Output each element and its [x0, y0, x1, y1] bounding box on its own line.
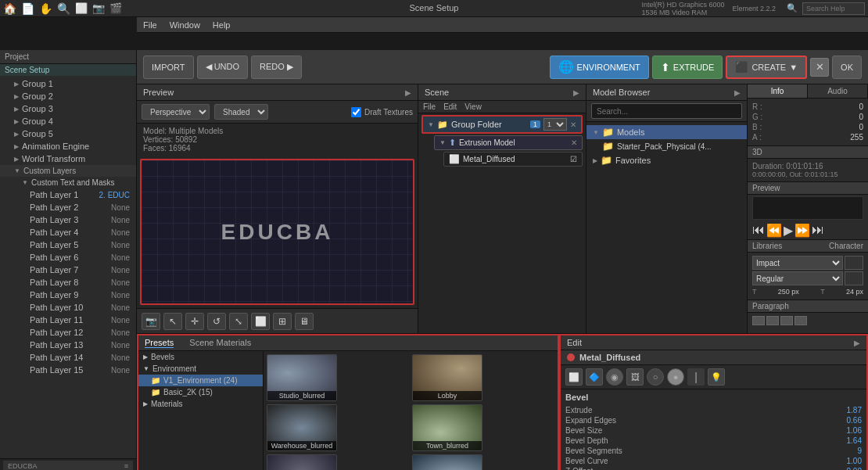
play-prev[interactable]: ⏮ — [752, 223, 765, 238]
toolbar-icon-7[interactable]: 🎬 — [109, 2, 122, 14]
tree-path2[interactable]: Path Layer 2None — [0, 201, 136, 213]
metal-icon-5[interactable]: ○ — [647, 368, 664, 386]
tree-animation[interactable]: ▶Animation Engine — [0, 140, 136, 152]
tab-presets[interactable]: Presets — [145, 338, 174, 348]
font-style-select[interactable]: Regular — [752, 271, 843, 285]
preset-bevels[interactable]: ▶ Bevels — [138, 351, 263, 363]
tree-group4[interactable]: ▶Group 4 — [0, 115, 136, 127]
metal-icon-8[interactable]: 💡 — [708, 368, 725, 386]
tree-path12[interactable]: Path Layer 12None — [0, 326, 136, 339]
tree-custom-text[interactable]: ▼Custom Text and Masks — [0, 177, 136, 188]
tree-group5[interactable]: ▶Group 5 — [0, 127, 136, 140]
camera-icon[interactable]: 📷 — [142, 313, 160, 330]
toolbar-icon-6[interactable]: 📷 — [92, 2, 105, 14]
tree-world[interactable]: ▶World Transform — [0, 152, 136, 165]
bevel-curve-value[interactable]: 1.00 — [847, 457, 862, 465]
grid-icon[interactable]: ⊞ — [273, 313, 292, 330]
thumb-town-blurred[interactable]: Town_blurred — [412, 404, 482, 451]
toolbar-icon-2[interactable]: 📄 — [21, 2, 34, 15]
align-center[interactable] — [766, 316, 779, 325]
toolbar-icon-5[interactable]: ⬜ — [75, 2, 88, 14]
menu-file[interactable]: File — [143, 20, 157, 30]
close-button[interactable]: ✕ — [810, 58, 829, 77]
tree-path6[interactable]: Path Layer 6None — [0, 251, 136, 264]
preset-basic-2k[interactable]: 📁 Basic_2K (15) — [138, 386, 263, 398]
bevel-segments-value[interactable]: 9 — [857, 447, 862, 455]
metal-icon-7[interactable]: | — [687, 368, 705, 386]
menu-help[interactable]: Help — [213, 20, 231, 30]
group-folder-close[interactable]: ✕ — [570, 120, 576, 129]
scene-metal-row[interactable]: ⬜ Metal_Diffused ☑ — [443, 152, 583, 167]
draft-textures-checkbox[interactable] — [351, 107, 361, 117]
metal-icon-3[interactable]: ◉ — [606, 368, 623, 386]
scene-expand-icon[interactable]: ▶ — [573, 88, 579, 97]
tree-path8[interactable]: Path Layer 8None — [0, 276, 136, 289]
tree-path7[interactable]: Path Layer 7None — [0, 264, 136, 276]
tree-path3[interactable]: Path Layer 3None — [0, 213, 136, 226]
tree-path13[interactable]: Path Layer 13None — [0, 339, 136, 351]
group-folder-select[interactable]: 1 — [543, 118, 567, 131]
shading-select[interactable]: Shaded — [214, 104, 268, 120]
edit-expand-icon[interactable]: ▶ — [854, 339, 860, 347]
extrude-button[interactable]: ⬆ EXTRUDE — [652, 56, 723, 79]
thumb-garage-blurred[interactable]: Garage_blurred — [267, 454, 337, 470]
align-right[interactable] — [780, 316, 793, 325]
preset-environment[interactable]: ▼ Environment — [138, 363, 263, 375]
align-justify[interactable] — [794, 316, 807, 325]
create-button[interactable]: ⬛ CREATE ▼ — [726, 56, 807, 79]
scene-group-folder-row[interactable]: ▼ 📁 Group Folder 1 1 ✕ — [421, 115, 583, 134]
play-fwd[interactable]: ⏩ — [794, 223, 810, 238]
preview-expand-icon[interactable]: ▶ — [405, 88, 411, 97]
tree-path9[interactable]: Path Layer 9None — [0, 289, 136, 301]
menu-window[interactable]: Window — [170, 20, 200, 30]
thumb-town[interactable]: Town — [412, 454, 482, 470]
toolbar-icon-3[interactable]: ✋ — [39, 2, 52, 15]
tree-group1[interactable]: ▶Group 1 — [0, 77, 136, 90]
bevel-depth-value[interactable]: 1.64 — [847, 436, 862, 445]
tree-path15[interactable]: Path Layer 15None — [0, 364, 136, 376]
mb-favorites[interactable]: ▶ 📁 Favorites — [586, 153, 747, 167]
tree-path4[interactable]: Path Layer 4None — [0, 226, 136, 239]
environment-button[interactable]: 🌐 ENVIRONMENT — [550, 56, 649, 79]
tab-audio[interactable]: Audio — [808, 84, 868, 98]
rotate-icon[interactable]: ↺ — [207, 313, 226, 330]
extrude-value[interactable]: 1.87 — [847, 406, 862, 414]
mb-search-input[interactable] — [591, 103, 742, 119]
tab-info[interactable]: Info — [748, 84, 808, 98]
expand-edges-value[interactable]: 0.66 — [847, 416, 862, 425]
scene-menu-file[interactable]: File — [423, 102, 436, 111]
play-back[interactable]: ⏪ — [766, 223, 782, 238]
tree-group3[interactable]: ▶Group 3 — [0, 102, 136, 115]
bevel-size-value[interactable]: 1.06 — [847, 426, 862, 435]
tree-path10[interactable]: Path Layer 10None — [0, 301, 136, 314]
view-select[interactable]: Perspective — [142, 104, 210, 120]
thumb-studio-blurred[interactable]: Studio_blurred — [267, 354, 337, 401]
toolbar-icon-4[interactable]: 🔍 — [57, 2, 70, 15]
redo-button[interactable]: REDO ▶ — [251, 56, 302, 79]
mb-expand-icon[interactable]: ▶ — [734, 88, 741, 97]
scene-menu-view[interactable]: View — [464, 102, 482, 111]
tree-path14[interactable]: Path Layer 14None — [0, 351, 136, 364]
play-next[interactable]: ⏭ — [812, 223, 824, 238]
tree-path11[interactable]: Path Layer 11None — [0, 314, 136, 326]
play-btn[interactable]: ▶ — [784, 223, 793, 238]
preset-v1-env[interactable]: 📁 V1_Environment (24) — [138, 375, 263, 386]
tree-custom-layers[interactable]: ▼Custom Layers — [0, 165, 136, 177]
ok-button[interactable]: OK — [832, 56, 862, 79]
metal-icon-4[interactable]: 🖼 — [626, 368, 644, 386]
search-input[interactable] — [802, 2, 865, 15]
cursor-icon[interactable]: ↖ — [163, 313, 182, 330]
tree-group2[interactable]: ▶Group 2 — [0, 90, 136, 102]
preset-materials[interactable]: ▶ Materials — [138, 398, 263, 410]
project-tab[interactable]: Project — [5, 52, 29, 61]
metal-icon-1[interactable]: ⬜ — [565, 368, 583, 386]
extrusion-close[interactable]: ✕ — [571, 138, 577, 147]
z-offset-value[interactable]: 0.00 — [847, 467, 862, 470]
undo-button[interactable]: ◀ UNDO — [197, 56, 248, 79]
screen-icon[interactable]: 🖥 — [295, 313, 314, 330]
toolbar-icon-1[interactable]: 🏠 — [3, 2, 16, 15]
tab-scene-materials[interactable]: Scene Materials — [189, 338, 251, 348]
metal-icon-6[interactable]: ● — [667, 368, 684, 386]
transform-icon[interactable]: ⬜ — [251, 313, 270, 330]
align-left[interactable] — [752, 316, 765, 325]
